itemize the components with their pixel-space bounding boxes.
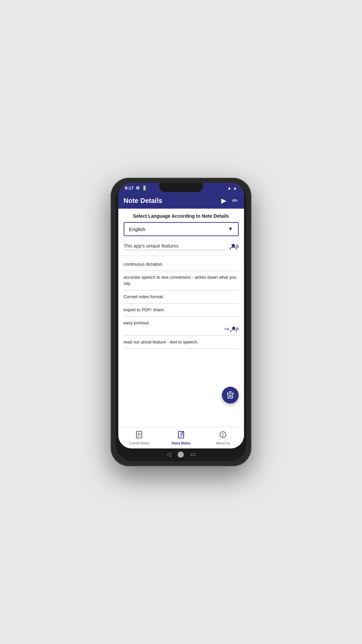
delete-fab[interactable] [222, 387, 239, 404]
screen: 8:17 ⚙ 🔋 ▲ ▲ Note Details ▶ ✏ [118, 183, 244, 448]
line-item-1: accurate speech to text conversion - wri… [124, 271, 239, 290]
line-item-4: easy printout. ↪ [124, 317, 239, 336]
about-us-label: About Us [216, 441, 230, 445]
svg-rect-3 [229, 391, 232, 392]
lines-section: continuous dictation. accurate speech to… [118, 256, 244, 351]
app-bar: Note Details ▶ ✏ [118, 193, 244, 209]
line-text-0: continuous dictation. [124, 262, 164, 267]
svg-point-1 [232, 326, 235, 329]
status-left: 8:17 ⚙ 🔋 [125, 185, 147, 191]
line-text-1: accurate speech to text conversion - wri… [124, 275, 237, 286]
time-display: 8:17 [125, 185, 134, 191]
svg-point-18 [223, 433, 223, 433]
arrow-curve-icon: ↪ [224, 325, 229, 333]
status-bar: 8:17 ⚙ 🔋 ▲ ▲ [118, 183, 244, 193]
tts-icon-main[interactable] [229, 243, 239, 252]
cornell-notes-icon [135, 431, 143, 440]
home-button[interactable]: ⬤ [177, 450, 184, 458]
notch [159, 183, 203, 192]
note-input-field[interactable] [124, 243, 226, 250]
svg-line-4 [229, 394, 230, 397]
tts-annotation: ↪ [224, 325, 239, 333]
line-text-4: easy printout. [124, 320, 150, 325]
app-bar-title: Note Details [124, 197, 221, 205]
voice-notes-icon [177, 431, 185, 440]
language-section-title: Select Language According to Note Detail… [124, 213, 239, 219]
wifi-icon: ▲ [233, 185, 237, 191]
content-area: Select Language According to Note Detail… [118, 209, 244, 427]
svg-point-0 [232, 244, 235, 247]
line-item-5: read out aloud feature - text to speech. [124, 336, 239, 349]
nav-item-voice-notes[interactable]: Voice Notes [160, 427, 202, 448]
settings-icon: ⚙ [136, 185, 140, 191]
home-area: ◁ ⬤ ▭ [118, 448, 244, 461]
svg-rect-2 [227, 393, 234, 393]
voice-notes-label: Voice Notes [172, 441, 191, 445]
selected-language: English [129, 226, 145, 232]
status-right: ▲ ▲ [227, 185, 237, 191]
about-us-icon [219, 431, 227, 440]
svg-point-15 [183, 431, 184, 432]
app-bar-icons: ▶ ✏ [221, 196, 239, 205]
edit-button[interactable]: ✏ [232, 196, 239, 205]
bottom-nav: Cornell Notes Voice Notes [118, 427, 244, 448]
phone-outer: 8:17 ⚙ 🔋 ▲ ▲ Note Details ▶ ✏ [111, 178, 251, 466]
phone-inner: 8:17 ⚙ 🔋 ▲ ▲ Note Details ▶ ✏ [116, 183, 246, 461]
svg-line-6 [231, 394, 231, 397]
send-button[interactable]: ▶ [221, 196, 227, 205]
line-item-3: export to PDF/ share. [124, 304, 239, 317]
battery-icon: 🔋 [142, 185, 147, 191]
nav-item-cornell-notes[interactable]: Cornell Notes [118, 427, 160, 448]
recents-button[interactable]: ▭ [190, 450, 196, 458]
language-dropdown[interactable]: English ▼ [124, 222, 239, 236]
nav-item-about-us[interactable]: About Us [202, 427, 244, 448]
line-text-5: read out aloud feature - text to speech. [124, 339, 198, 344]
cornell-notes-label: Cornell Notes [129, 441, 149, 445]
line-item-2: Cornell notes format. [124, 290, 239, 304]
note-input-row [118, 240, 244, 256]
language-section: Select Language According to Note Detail… [118, 209, 244, 240]
line-text-2: Cornell notes format. [124, 294, 164, 299]
dropdown-arrow-icon: ▼ [228, 226, 233, 232]
line-item-0: continuous dictation. [124, 258, 239, 271]
back-button[interactable]: ◁ [167, 450, 171, 458]
line-text-3: export to PDF/ share. [124, 307, 165, 312]
signal-icon: ▲ [227, 185, 232, 191]
